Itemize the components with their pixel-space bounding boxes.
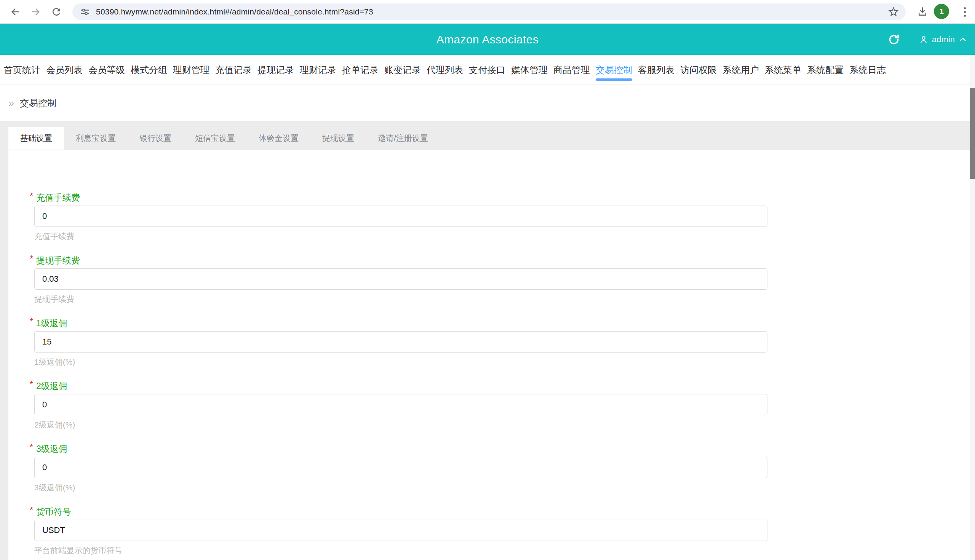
tab-3[interactable]: 短信宝设置 [183, 127, 247, 150]
nav-item-2[interactable]: 会员等级 [88, 55, 125, 85]
forward-icon[interactable] [27, 3, 44, 20]
form-field-2: *1级返佣1级返佣(%) [34, 318, 970, 367]
field-label-3: 2级返佣 [36, 381, 67, 392]
breadcrumb: » 交易控制 [0, 85, 970, 121]
field-label-0: 充值手续费 [36, 192, 80, 203]
scrollbar-track[interactable] [970, 55, 975, 560]
field-helper-0: 充值手续费 [34, 232, 970, 242]
nav-item-4[interactable]: 理财管理 [173, 55, 209, 85]
form-field-5: *货币符号平台前端显示的货币符号 [34, 506, 970, 555]
required-asterisk: * [30, 505, 33, 515]
person-icon [919, 35, 928, 45]
user-menu[interactable]: admin [919, 24, 967, 55]
breadcrumb-label: 交易控制 [20, 97, 56, 109]
field-helper-1: 提现手续费 [34, 294, 970, 304]
nav-item-16[interactable]: 访问权限 [680, 55, 717, 85]
field-label-2: 1级返佣 [36, 318, 67, 328]
field-input-0[interactable] [34, 205, 768, 227]
browser-menu-icon[interactable] [959, 3, 970, 20]
required-asterisk: * [30, 442, 33, 453]
nav-item-14[interactable]: 交易控制 [596, 55, 632, 85]
form-field-0: *充值手续费充值手续费 [34, 192, 970, 242]
refresh-icon[interactable] [887, 33, 900, 46]
url-text[interactable]: 50390.hwymw.net/admin/index.html#/admin/… [96, 7, 887, 17]
tab-2[interactable]: 银行设置 [128, 127, 183, 150]
tab-4[interactable]: 体验金设置 [247, 127, 311, 150]
field-label-1: 提现手续费 [36, 255, 80, 266]
nav-item-1[interactable]: 会员列表 [46, 55, 83, 85]
url-bar[interactable]: 50390.hwymw.net/admin/index.html#/admin/… [72, 3, 906, 20]
browser-toolbar: 50390.hwymw.net/admin/index.html#/admin/… [0, 0, 975, 23]
nav-item-7[interactable]: 理财记录 [300, 55, 336, 85]
app-header: Amazon Associates admin [0, 24, 975, 55]
avatar-badge: 1 [939, 7, 944, 16]
profile-avatar[interactable]: 1 [934, 4, 949, 19]
nav-item-17[interactable]: 系统用户 [723, 55, 759, 85]
nav-item-19[interactable]: 系统配置 [807, 55, 844, 85]
settings-tabs: 基础设置利息宝设置银行设置短信宝设置体验金设置提现设置邀请/注册设置 [8, 127, 970, 150]
bookmark-star-icon[interactable] [887, 6, 900, 18]
field-helper-2: 1级返佣(%) [34, 357, 970, 367]
tab-0[interactable]: 基础设置 [8, 127, 64, 150]
nav-item-12[interactable]: 媒体管理 [511, 55, 548, 85]
field-helper-4: 3级返佣(%) [34, 483, 970, 493]
nav-item-0[interactable]: 首页统计 [4, 55, 40, 85]
username: admin [932, 35, 955, 45]
breadcrumb-chevron-icon: » [8, 97, 14, 109]
settings-form: *充值手续费充值手续费*提现手续费提现手续费*1级返佣1级返佣(%)*2级返佣2… [8, 150, 970, 560]
app-title: Amazon Associates [0, 24, 975, 55]
content-card: *充值手续费充值手续费*提现手续费提现手续费*1级返佣1级返佣(%)*2级返佣2… [8, 150, 970, 560]
download-icon[interactable] [914, 3, 931, 20]
field-helper-3: 2级返佣(%) [34, 420, 970, 430]
nav-item-18[interactable]: 系统菜单 [765, 55, 801, 85]
header-divider [912, 24, 912, 55]
nav-item-15[interactable]: 客服列表 [638, 55, 674, 85]
form-field-4: *3级返佣3级返佣(%) [34, 443, 970, 493]
nav-item-9[interactable]: 账变记录 [384, 55, 421, 85]
nav-item-13[interactable]: 商品管理 [553, 55, 590, 85]
field-label-5: 货币符号 [36, 506, 71, 517]
field-input-1[interactable] [34, 268, 768, 290]
field-input-2[interactable] [34, 331, 768, 353]
required-asterisk: * [30, 254, 33, 264]
nav-item-6[interactable]: 提现记录 [257, 55, 294, 85]
required-asterisk: * [30, 380, 33, 390]
field-input-4[interactable] [34, 457, 768, 478]
form-field-1: *提现手续费提现手续费 [34, 255, 970, 304]
nav-item-3[interactable]: 模式分组 [131, 55, 167, 85]
field-label-4: 3级返佣 [36, 443, 67, 454]
nav-item-11[interactable]: 支付接口 [469, 55, 506, 85]
nav-item-20[interactable]: 系统日志 [849, 55, 886, 85]
nav-item-8[interactable]: 抢单记录 [342, 55, 379, 85]
tab-5[interactable]: 提现设置 [311, 127, 366, 150]
required-asterisk: * [30, 317, 33, 327]
back-icon[interactable] [7, 3, 23, 20]
required-asterisk: * [30, 191, 33, 202]
nav-item-5[interactable]: 充值记录 [215, 55, 252, 85]
nav-item-10[interactable]: 代理列表 [427, 55, 463, 85]
chevron-up-icon [958, 35, 967, 44]
field-helper-5: 平台前端显示的货币符号 [34, 545, 970, 555]
tab-6[interactable]: 邀请/注册设置 [366, 127, 440, 150]
field-input-5[interactable] [34, 520, 768, 541]
scrollbar-thumb[interactable] [970, 88, 975, 179]
form-field-3: *2级返佣2级返佣(%) [34, 381, 970, 430]
site-settings-icon[interactable] [80, 7, 90, 17]
reload-icon[interactable] [48, 3, 65, 20]
tab-1[interactable]: 利息宝设置 [64, 127, 128, 150]
field-input-3[interactable] [34, 394, 768, 415]
main-nav: 首页统计会员列表会员等级模式分组理财管理充值记录提现记录理财记录抢单记录账变记录… [0, 55, 970, 85]
